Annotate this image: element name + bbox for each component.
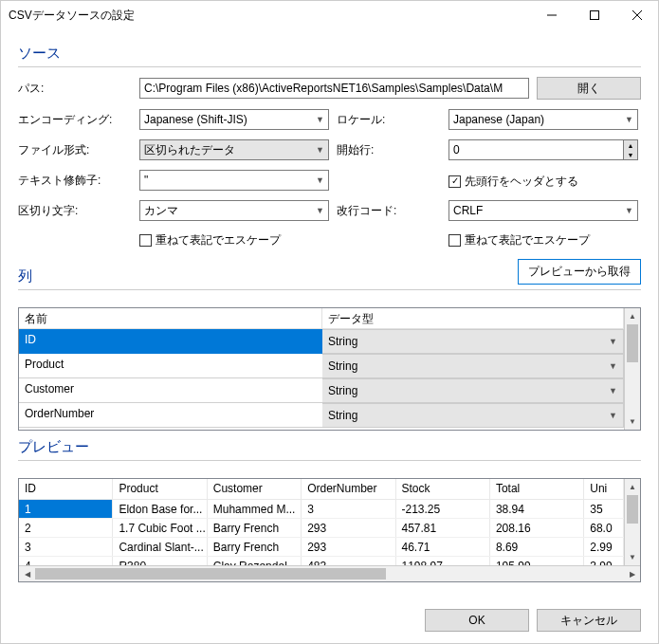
preview-cell: 68.0: [584, 519, 624, 537]
preview-cell: 3: [19, 538, 113, 556]
chevron-down-icon: ▼: [316, 115, 324, 124]
chevron-down-icon: ▼: [609, 361, 617, 371]
columns-scrollbar[interactable]: ▲ ▼: [624, 308, 640, 430]
cancel-button[interactable]: キャンセル: [537, 609, 641, 632]
chevron-down-icon: ▼: [316, 145, 324, 155]
encoding-select[interactable]: Japanese (Shift-JIS)▼: [139, 109, 329, 130]
locale-select[interactable]: Japanese (Japan)▼: [448, 109, 638, 130]
column-row[interactable]: CustomerString▼: [19, 378, 624, 403]
startrow-label: 開始行:: [337, 142, 441, 158]
scroll-left-icon[interactable]: ◀: [19, 566, 35, 581]
chevron-down-icon: ▼: [625, 115, 633, 124]
startrow-spinner[interactable]: ▲▼: [623, 139, 638, 160]
column-row[interactable]: ProductString▼: [19, 354, 624, 378]
chevron-down-icon: ▼: [625, 206, 633, 215]
chevron-down-icon: ▼: [609, 386, 617, 396]
minimize-button[interactable]: [530, 1, 573, 29]
textqualifier-select[interactable]: "▼: [139, 170, 329, 191]
scroll-thumb[interactable]: [35, 568, 386, 580]
preview-cell: -213.25: [396, 500, 490, 518]
column-row[interactable]: IDString▼: [19, 329, 624, 354]
column-type-select[interactable]: String▼: [322, 378, 624, 403]
scroll-right-icon[interactable]: ▶: [624, 566, 640, 581]
open-button[interactable]: 開く: [537, 77, 641, 100]
scroll-up-icon[interactable]: ▲: [625, 308, 640, 324]
preview-cell: Barry French: [208, 519, 302, 537]
preview-row[interactable]: 3Cardinal Slant-...Barry French29346.718…: [19, 538, 624, 557]
maximize-button[interactable]: [573, 1, 615, 29]
preview-cell: 46.71: [396, 538, 490, 556]
columns-table: 名前 データ型 IDString▼ProductString▼CustomerS…: [18, 307, 641, 431]
firstrowheader-checkbox[interactable]: ✓: [448, 175, 461, 188]
preview-heading: プレビュー: [18, 438, 641, 456]
preview-header[interactable]: Stock: [396, 479, 490, 499]
chevron-down-icon: ▼: [316, 206, 324, 215]
preview-cell: 3: [302, 500, 395, 518]
col-header-type[interactable]: データ型: [322, 308, 624, 328]
preview-vscrollbar[interactable]: ▲ ▼: [624, 479, 640, 565]
path-label: パス:: [18, 81, 132, 97]
col-header-name[interactable]: 名前: [19, 308, 322, 328]
filetype-select[interactable]: 区切られたデータ▼: [139, 139, 329, 160]
preview-hscrollbar[interactable]: ◀ ▶: [19, 565, 640, 581]
column-type-select[interactable]: String▼: [322, 329, 624, 354]
preview-cell: Muhammed M...: [208, 500, 302, 518]
preview-header[interactable]: Total: [490, 479, 584, 499]
preview-cell: 457.81: [396, 519, 490, 537]
escape2-checkbox[interactable]: [448, 234, 461, 247]
preview-row[interactable]: 21.7 Cubic Foot ...Barry French293457.81…: [19, 519, 624, 538]
delimiter-select[interactable]: カンマ▼: [139, 200, 329, 221]
preview-cell: Clay Rozendal: [208, 557, 302, 565]
column-row[interactable]: OrderNumberString▼: [19, 403, 624, 428]
preview-header[interactable]: Product: [113, 479, 207, 499]
close-button[interactable]: [615, 1, 658, 29]
preview-row[interactable]: 4R380Clay Rozendal4831198.97195.993.99: [19, 557, 624, 565]
down-arrow-icon[interactable]: ▼: [624, 150, 637, 159]
scroll-up-icon[interactable]: ▲: [625, 479, 640, 495]
preview-row[interactable]: 1Eldon Base for...Muhammed M...3-213.253…: [19, 500, 624, 519]
up-arrow-icon[interactable]: ▲: [624, 140, 637, 150]
preview-table: IDProductCustomerOrderNumberStockTotalUn…: [18, 478, 641, 582]
escape1-checkbox[interactable]: [139, 234, 152, 247]
startrow-input[interactable]: [448, 139, 623, 160]
scroll-thumb[interactable]: [627, 324, 638, 362]
preview-header[interactable]: Uni: [584, 479, 624, 499]
ok-button[interactable]: OK: [425, 609, 529, 632]
column-name-cell[interactable]: ID: [19, 329, 322, 354]
newline-label: 改行コード:: [337, 203, 441, 219]
scroll-thumb[interactable]: [627, 495, 638, 524]
preview-cell: 1: [19, 500, 113, 518]
preview-cell: Barry French: [208, 538, 302, 556]
preview-cell: 2.99: [584, 538, 624, 556]
preview-cell: 35: [584, 500, 624, 518]
columns-heading: 列: [18, 267, 32, 285]
newline-select[interactable]: CRLF▼: [448, 200, 638, 221]
column-type-select[interactable]: String▼: [322, 403, 624, 428]
escape1-label: 重ねて表記でエスケープ: [156, 232, 281, 248]
preview-cell: 38.94: [490, 500, 584, 518]
preview-cell: 293: [302, 519, 395, 537]
preview-cell: 208.16: [490, 519, 584, 537]
chevron-down-icon: ▼: [609, 337, 617, 346]
preview-header[interactable]: OrderNumber: [302, 479, 395, 499]
preview-header[interactable]: ID: [19, 479, 113, 499]
filetype-label: ファイル形式:: [18, 142, 132, 158]
locale-label: ロケール:: [337, 112, 441, 128]
scroll-down-icon[interactable]: ▼: [625, 549, 640, 565]
preview-cell: 3.99: [584, 557, 624, 565]
preview-cell: 483: [302, 557, 395, 565]
preview-header[interactable]: Customer: [208, 479, 302, 499]
preview-cell: 293: [302, 538, 395, 556]
column-name-cell[interactable]: Customer: [19, 378, 322, 403]
column-name-cell[interactable]: OrderNumber: [19, 403, 322, 428]
column-name-cell[interactable]: Product: [19, 354, 322, 378]
preview-cell: 2: [19, 519, 113, 537]
scroll-down-icon[interactable]: ▼: [625, 414, 640, 430]
preview-cell: 1198.97: [396, 557, 490, 565]
path-input[interactable]: [139, 78, 529, 99]
column-type-select[interactable]: String▼: [322, 354, 624, 378]
get-from-preview-button[interactable]: プレビューから取得: [518, 259, 641, 285]
firstrowheader-label: 先頭行をヘッダとする: [465, 174, 578, 190]
delimiter-label: 区切り文字:: [18, 203, 132, 219]
textqualifier-label: テキスト修飾子:: [18, 173, 132, 189]
